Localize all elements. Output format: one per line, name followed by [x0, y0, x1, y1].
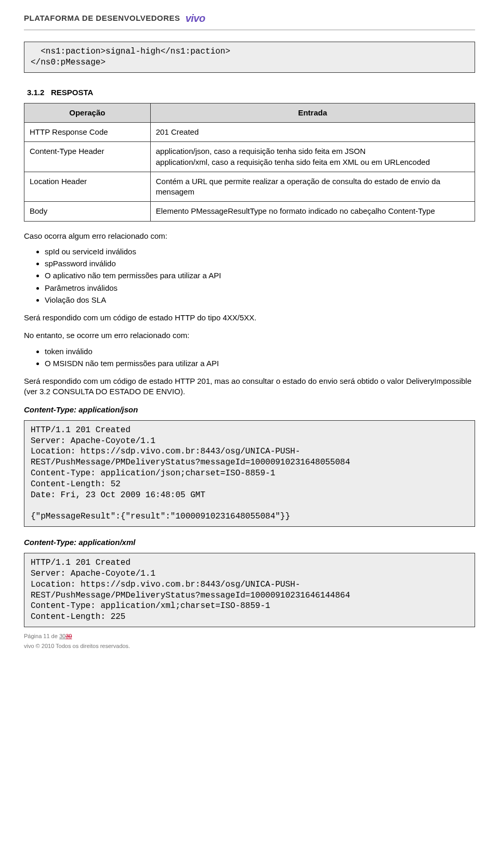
section-heading: 3.1.2 RESPOSTA — [27, 87, 475, 98]
paragraph-however: No entanto, se ocorre um erro relacionad… — [24, 330, 475, 341]
content-type-xml-heading: Content-Type: application/xml — [24, 537, 475, 548]
brand-logo: vivo — [186, 11, 205, 25]
table-row: Content-Type Header application/json, ca… — [24, 142, 475, 172]
page-header: PLATAFORMA DE DESENVOLVEDORES vivo — [24, 11, 475, 30]
content-type-json-heading: Content-Type: application/json — [24, 405, 475, 415]
paragraph-201: Será respondido com um código de estado … — [24, 376, 475, 397]
error-list-1: spId ou serviceId inválidos spPassword i… — [45, 247, 475, 305]
code-block-json-response: HTTP/1.1 201 Created Server: Apache-Coyo… — [24, 420, 475, 527]
header-title: PLATAFORMA DE DESENVOLVEDORES — [24, 13, 180, 23]
list-item: spId ou serviceId inválidos — [45, 247, 475, 257]
error-list-2: token inválido O MSISDN não tem permissõ… — [45, 346, 475, 369]
table-cell-ent: 201 Created — [150, 123, 475, 142]
table-cell-ent: Contém a URL que permite realizar a oper… — [150, 172, 475, 202]
table-cell-op: HTTP Response Code — [24, 123, 151, 142]
page-total-a: 30 — [59, 633, 65, 639]
table-cell-ent: Elemento PMessageResultType no formato i… — [150, 202, 475, 221]
table-row: Location Header Contém a URL que permite… — [24, 172, 475, 202]
section-name: RESPOSTA — [51, 88, 93, 97]
table-cell-op: Location Header — [24, 172, 151, 202]
page-total-b: 30 — [65, 633, 72, 639]
code-block-xml-response: HTTP/1.1 201 Created Server: Apache-Coyo… — [24, 553, 475, 627]
page-number: Página 11 de 3030 — [24, 632, 475, 640]
section-number: 3.1.2 — [27, 88, 44, 97]
paragraph-4xx: Será respondido com um código de estado … — [24, 313, 475, 323]
list-item: Parâmetros inválidos — [45, 283, 475, 293]
paragraph-error-intro: Caso ocorra algum erro relacionado com: — [24, 231, 475, 241]
list-item: O aplicativo não tem permissões para uti… — [45, 270, 475, 281]
table-header-operation: Operação — [24, 103, 151, 122]
list-item: Violação dos SLA — [45, 295, 475, 305]
table-cell-op: Content-Type Header — [24, 142, 151, 172]
table-header-row: Operação Entrada — [24, 103, 475, 122]
list-item: token inválido — [45, 346, 475, 357]
list-item: spPassword inválido — [45, 258, 475, 269]
table-header-entry: Entrada — [150, 103, 475, 122]
table-cell-ent: application/json, caso a requisição tenh… — [150, 142, 475, 172]
page-footer: Página 11 de 3030 vivo © 2010 Todos os d… — [24, 632, 475, 650]
table-cell-op: Body — [24, 202, 151, 221]
response-table: Operação Entrada HTTP Response Code 201 … — [24, 103, 475, 222]
code-block-request: <ns1:paction>signal-high</ns1:paction> <… — [24, 42, 475, 73]
table-row: HTTP Response Code 201 Created — [24, 123, 475, 142]
table-row: Body Elemento PMessageResultType no form… — [24, 202, 475, 221]
copyright: vivo © 2010 Todos os direitos reservados… — [24, 642, 475, 650]
page-prefix: Página 11 de — [24, 633, 59, 639]
list-item: O MSISDN não tem permissões para utiliza… — [45, 358, 475, 369]
